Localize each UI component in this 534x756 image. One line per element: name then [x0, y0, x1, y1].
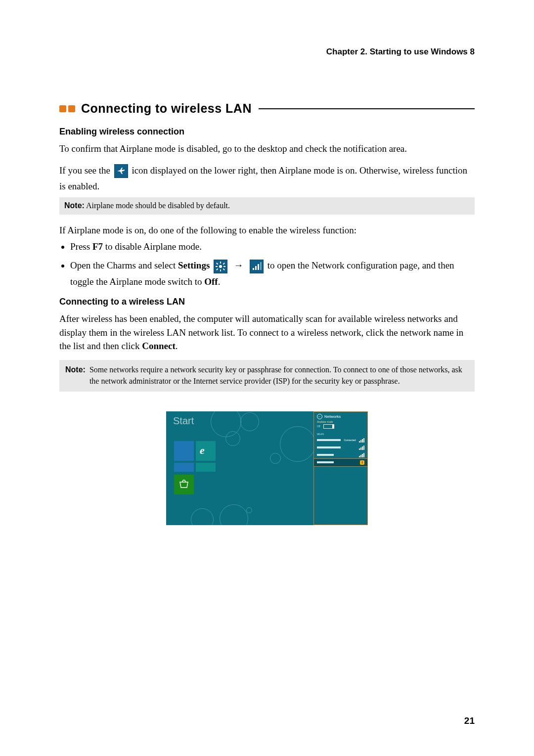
- subheading-connecting: Connecting to a wireless LAN: [59, 297, 475, 307]
- paragraph: If Airplane mode is on, do one of the fo…: [59, 223, 475, 237]
- svg-rect-8: [223, 263, 225, 265]
- svg-rect-11: [258, 264, 259, 270]
- svg-rect-3: [216, 266, 218, 267]
- bullet-list: Press F7 to disable Airplane mode. Open …: [59, 239, 475, 290]
- note-text: Some networks require a network security…: [89, 364, 469, 387]
- signal-icon: [359, 453, 364, 457]
- wifi-section-label: Wi-Fi: [314, 431, 367, 437]
- text-fragment: Press: [70, 241, 92, 252]
- network-item: Connected: [314, 437, 367, 444]
- network-name-placeholder: [317, 454, 334, 456]
- note-label: Note:: [64, 201, 85, 210]
- svg-rect-4: [223, 266, 225, 267]
- arrow-icon: →: [234, 260, 244, 270]
- text-fragment: If you see the: [59, 165, 113, 176]
- connected-label: Connected: [344, 439, 356, 442]
- start-label: Start: [173, 415, 194, 427]
- note-label: Note:: [65, 364, 86, 387]
- svg-rect-7: [216, 268, 218, 270]
- settings-label: Settings: [178, 260, 210, 270]
- svg-rect-12: [260, 262, 262, 270]
- network-item: [314, 451, 367, 459]
- section-bullet-icon: [59, 105, 75, 112]
- network-name-placeholder: [317, 439, 341, 441]
- text-fragment: Open the Charms and select: [70, 260, 178, 270]
- warning-icon: !: [360, 460, 364, 465]
- ie-icon: e: [200, 444, 205, 457]
- svg-rect-2: [220, 269, 221, 271]
- tile-ie: e: [196, 441, 216, 461]
- network-name-placeholder: [317, 446, 341, 448]
- key-name: F7: [92, 241, 103, 252]
- panel-header: ← Networks: [314, 412, 367, 420]
- subheading-enabling: Enabling wireless connection: [59, 127, 475, 137]
- svg-rect-9: [253, 268, 254, 270]
- chapter-header: Chapter 2. Starting to use Windows 8: [59, 47, 475, 57]
- paragraph: After wireless has been enabled, the com…: [59, 312, 475, 353]
- signal-icon: [359, 438, 364, 443]
- connect-label: Connect: [142, 341, 176, 351]
- tile: [174, 441, 194, 461]
- networks-panel: ← Networks Airplane mode Off Wi-Fi Conne…: [313, 411, 368, 525]
- svg-point-0: [219, 265, 222, 268]
- svg-rect-5: [216, 263, 218, 265]
- start-screen: Start e: [166, 411, 313, 525]
- text-fragment: After wireless has been enabled, the com…: [59, 313, 463, 351]
- settings-gear-icon: [214, 260, 227, 273]
- network-item: [314, 444, 367, 451]
- panel-title: Networks: [324, 414, 341, 419]
- svg-rect-10: [255, 266, 257, 270]
- toggle-state: Off: [317, 425, 320, 428]
- back-arrow-icon: ←: [317, 414, 322, 419]
- airplane-mode-icon: [114, 164, 128, 178]
- off-label: Off: [204, 276, 218, 287]
- network-name-placeholder: [317, 461, 334, 463]
- airplane-toggle-row: Off: [314, 423, 367, 431]
- section-title: Connecting to wireless LAN: [81, 101, 252, 116]
- page-number: 21: [464, 715, 475, 726]
- note-text: Airplane mode should be disabled by defa…: [85, 201, 230, 210]
- svg-rect-6: [223, 268, 225, 270]
- section-title-row: Connecting to wireless LAN: [59, 101, 475, 116]
- tile-store: [174, 475, 194, 494]
- text-fragment: .: [176, 341, 178, 351]
- bullet-item: Open the Charms and select Settings: [70, 257, 475, 290]
- bullet-item: Press F7 to disable Airplane mode.: [70, 239, 475, 255]
- svg-rect-1: [220, 262, 221, 264]
- signal-icon: [359, 445, 364, 450]
- paragraph-with-icon: If you see the icon displayed on the low…: [59, 163, 475, 195]
- networks-screenshot: Start e ←: [166, 411, 368, 525]
- toggle-switch: [323, 424, 333, 429]
- section-rule: [259, 108, 475, 109]
- network-item-selected: !: [314, 459, 367, 466]
- note-box: Note: Some networks require a network se…: [59, 360, 475, 392]
- text-fragment: to disable Airplane mode.: [103, 241, 202, 252]
- tile: [174, 463, 194, 472]
- paragraph: To confirm that Airplane mode is disable…: [59, 142, 475, 156]
- note-box: Note: Airplane mode should be disabled b…: [59, 197, 475, 214]
- network-signal-icon: [250, 260, 264, 273]
- tile: [196, 463, 216, 472]
